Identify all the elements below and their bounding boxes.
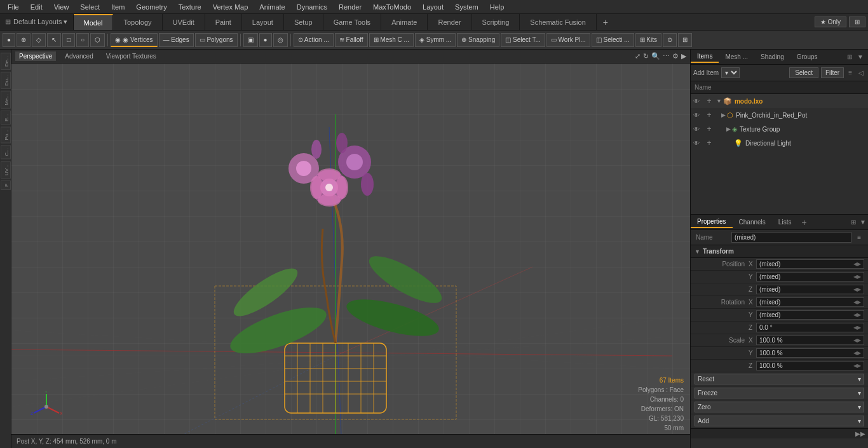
toolbar-falloff[interactable]: ≋ Falloff [335, 33, 368, 47]
item-arrow-orchid[interactable]: ▶ [721, 112, 726, 118]
sidebar-tab-4[interactable]: Po... [1, 126, 11, 143]
toolbar-transform[interactable]: ○ [76, 33, 89, 47]
items-panel-collapse[interactable]: ▼ [855, 53, 865, 61]
vp-ctrl-settings[interactable]: ⚙ [672, 52, 679, 60]
rotation-z-value[interactable]: 0.0 ° ◀▶ [756, 323, 864, 332]
toolbar-diamond[interactable]: ◇ [32, 33, 46, 47]
transform-section-header[interactable]: ▼ Transform [691, 245, 868, 258]
item-eye-modo[interactable]: 👁 [693, 98, 702, 105]
toolbar-selecti[interactable]: ◫ Selecti ... [592, 33, 634, 47]
items-tab-groups[interactable]: Groups [790, 51, 824, 62]
menu-select[interactable]: Select [75, 2, 105, 12]
toolbar-box[interactable]: □ [62, 33, 75, 47]
vp-ctrl-rotate[interactable]: ↻ [643, 52, 649, 60]
props-panel-collapse[interactable]: ▼ [858, 218, 868, 226]
vp-ctrl-more[interactable]: ⋯ [663, 52, 670, 60]
tab-schematic-fusion[interactable]: Schematic Fusion [520, 14, 596, 30]
sidebar-tab-0[interactable]: De... [1, 53, 11, 70]
item-row-light[interactable]: 👁 + 💡 Directional Light [691, 136, 868, 150]
menu-maxtomodo[interactable]: MaxToModo [368, 2, 416, 12]
scale-y-value[interactable]: 100.0 % ◀▶ [756, 348, 864, 358]
sidebar-tab-3[interactable]: E... [1, 111, 11, 125]
vp-ctrl-fit[interactable]: ⤢ [635, 52, 641, 60]
vp-tab-advanced[interactable]: Advanced [61, 51, 97, 61]
toolbar-select-t[interactable]: ◫ Select T... [501, 33, 545, 47]
menu-render[interactable]: Render [334, 2, 367, 12]
position-z-value[interactable]: (mixed) ◀▶ [756, 285, 864, 294]
menu-vertex-map[interactable]: Vertex Map [208, 2, 254, 12]
items-tab-items[interactable]: Items [691, 51, 719, 63]
zero-button[interactable]: Zero ▾ [695, 402, 864, 412]
toolbar-action[interactable]: ⊙ Action ... [294, 33, 334, 47]
tab-layout[interactable]: Layout [242, 14, 284, 30]
rotation-y-value[interactable]: (mixed) ◀▶ [756, 310, 864, 320]
props-expand-all[interactable]: ▶▶ [855, 430, 865, 437]
props-tab-properties[interactable]: Properties [691, 216, 733, 228]
toolbar-cursor[interactable]: ↖ [47, 33, 61, 47]
menu-texture[interactable]: Texture [173, 2, 207, 12]
sidebar-tab-5[interactable]: C... [1, 145, 11, 159]
sidebar-tab-2[interactable]: Me... [1, 91, 11, 109]
menu-view[interactable]: View [49, 2, 74, 12]
tab-plus[interactable]: + [597, 15, 614, 30]
vp-ctrl-zoom[interactable]: 🔍 [651, 52, 660, 60]
toolbar-vertices[interactable]: ◉ ◉ Vertices [111, 33, 157, 47]
tab-paint[interactable]: Paint [205, 14, 242, 30]
tab-topology[interactable]: Topology [113, 14, 162, 30]
toolbar-work-pl[interactable]: ▭ Work Pl... [546, 33, 590, 47]
layout-label[interactable]: Default Layouts ▾ [13, 18, 68, 26]
menu-geometry[interactable]: Geometry [131, 2, 172, 12]
menu-file[interactable]: File [3, 2, 24, 12]
vp-tab-perspective[interactable]: Perspective [15, 51, 56, 61]
menu-animate[interactable]: Animate [254, 2, 290, 12]
tab-game-tools[interactable]: Game Tools [323, 14, 382, 30]
item-eye-light[interactable]: 👁 [693, 140, 702, 147]
props-panel-expand[interactable]: ⊞ [849, 218, 858, 226]
item-arrow-modo[interactable]: ▼ [716, 98, 722, 104]
toolbar-crosshair[interactable]: ⊕ [17, 33, 31, 47]
reset-button[interactable]: Reset ▾ [695, 374, 864, 384]
toolbar-grid2[interactable]: ⊞ [678, 33, 692, 47]
toolbar-hex[interactable]: ⬡ [90, 33, 105, 47]
item-row-texture[interactable]: 👁 + ▶ ◈ Texture Group [691, 122, 868, 136]
star-only-button[interactable]: ★ Only [815, 17, 846, 27]
items-tab-shading[interactable]: Shading [754, 51, 790, 62]
props-name-input[interactable] [731, 232, 851, 243]
menu-edit[interactable]: Edit [25, 2, 48, 12]
props-name-more[interactable]: ≡ [855, 233, 863, 241]
sidebar-tab-7[interactable]: F [1, 180, 11, 190]
item-eye-texture[interactable]: 👁 [693, 126, 702, 133]
items-toolbar-collapse[interactable]: ◁ [857, 69, 865, 77]
toolbar-ring[interactable]: ◎ [273, 33, 288, 47]
toolbar-symm[interactable]: ◈ Symm ... [415, 33, 456, 47]
toolbar-circle[interactable]: ⊙ [663, 33, 677, 47]
item-plus-light[interactable]: + [705, 139, 714, 147]
item-row-orchid[interactable]: 👁 + ▶ ⬡ Pink_Orchid_in_Red_Pot [691, 108, 868, 122]
position-x-value[interactable]: (mixed) ◀▶ [756, 259, 864, 269]
items-tab-mesh[interactable]: Mesh ... [719, 51, 754, 62]
rotation-x-value[interactable]: (mixed) ◀▶ [756, 297, 864, 307]
tab-scripting[interactable]: Scripting [472, 14, 520, 30]
items-select-button[interactable]: Select [789, 67, 818, 78]
item-plus-modo[interactable]: + [705, 97, 714, 105]
vp-tab-textures[interactable]: Viewport Textures [102, 51, 160, 61]
items-toolbar-expand[interactable]: ≡ [846, 69, 854, 77]
freeze-button[interactable]: Freeze ▾ [695, 388, 864, 398]
tab-uvedit[interactable]: UVEdit [163, 14, 205, 30]
toolbar-kits[interactable]: ⊞ Kits [635, 33, 661, 47]
tab-setup[interactable]: Setup [284, 14, 323, 30]
tab-render[interactable]: Render [428, 14, 471, 30]
tab-model[interactable]: Model [74, 14, 114, 30]
item-arrow-texture[interactable]: ▶ [726, 126, 731, 132]
toolbar-mesh-c[interactable]: ⊞ Mesh C ... [369, 33, 414, 47]
props-tab-channels[interactable]: Channels [733, 217, 772, 227]
props-tab-plus[interactable]: + [797, 216, 810, 229]
item-plus-texture[interactable]: + [705, 125, 714, 133]
toolbar-edges[interactable]: — Edges [159, 33, 194, 47]
vp-ctrl-play[interactable]: ▶ [681, 52, 686, 60]
toolbar-dot[interactable]: ● [3, 33, 15, 47]
props-tab-lists[interactable]: Lists [772, 217, 798, 227]
sidebar-tab-1[interactable]: Du... [1, 72, 11, 89]
item-eye-orchid[interactable]: 👁 [693, 112, 702, 119]
menu-system[interactable]: System [450, 2, 484, 12]
